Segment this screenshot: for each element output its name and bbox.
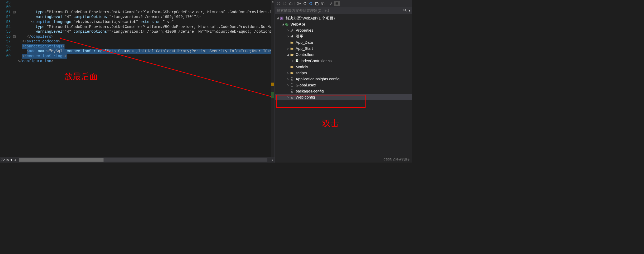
scroll-right-icon[interactable]: ▸ [271,158,274,162]
svg-text:C#: C# [296,60,299,62]
asax-file-icon [290,83,294,87]
chevron-down-icon[interactable]: ◢ [281,23,285,26]
tree-item-indexcontroller[interactable]: ▷ C# indexController.cs [275,58,412,64]
refresh-icon[interactable] [308,1,314,6]
chevron-down-icon[interactable]: ◢ [286,53,290,56]
project-node[interactable]: ◢ WebApi [275,21,412,27]
tree-item-label: Models [296,65,308,69]
chevron-right-icon[interactable]: ▷ [286,35,290,38]
folder-icon [290,71,294,75]
tree-item-label: 引用 [296,34,303,39]
tree-item-label: Properties [296,28,313,33]
tree-item-appinsights[interactable]: ▷ ApplicationInsights.config [275,76,412,82]
svg-line-11 [405,11,406,12]
csharp-file-icon: C# [295,59,299,62]
zoom-dropdown-icon[interactable]: ▾ [10,158,13,162]
tree-item-label: App_Data [296,40,313,45]
preview-icon[interactable] [334,1,340,6]
svg-point-1 [277,2,280,5]
forward-icon[interactable] [282,1,288,6]
annotation-text-left: 放最后面 [64,74,98,79]
toolbar-separator [295,2,295,5]
tree-item-globalasax[interactable]: ▷ Global.asax [275,82,412,88]
solution-tree[interactable]: ◢ 解决方案"WebApi"(1 个项目) ◢ WebApi ▷ Propert… [275,14,412,163]
folder-icon [290,47,294,50]
horizontal-scrollbar[interactable] [19,158,267,162]
chevron-right-icon[interactable]: ▷ [286,71,290,75]
explorer-toolbar: ▾ [275,0,412,7]
search-dropdown-icon[interactable]: ▾ [408,9,410,12]
tree-item-appstart[interactable]: ▷ App_Start [275,46,412,52]
fold-column[interactable]: −− [13,0,18,157]
tree-item-references[interactable]: ▷ 引用 [275,33,412,40]
search-input[interactable] [277,8,402,13]
tree-item-controllers[interactable]: ◢ Controllers [275,52,412,58]
solution-node[interactable]: ◢ 解决方案"WebApi"(1 个项目) [275,15,412,21]
editor-status-bar: 72 % ▾ ◂ ▸ [0,157,274,163]
tree-item-appdata[interactable]: App_Data [275,40,412,46]
home-icon[interactable] [288,1,294,6]
chevron-right-icon[interactable]: ▷ [286,29,290,32]
code-editor-pane: 495051525354555657585960 −− type="Micros… [0,0,274,163]
svg-rect-15 [291,36,292,37]
fold-toggle-icon[interactable]: − [13,11,16,13]
chevron-right-icon[interactable]: ▷ [286,96,290,99]
chevron-right-icon[interactable]: ▷ [286,47,290,50]
svg-rect-13 [281,17,283,19]
tree-item-models[interactable]: Models [275,64,412,70]
code-editor[interactable]: 495051525354555657585960 −− type="Micros… [0,0,274,157]
search-icon[interactable] [402,8,408,13]
references-icon [290,35,294,38]
solution-label: 解决方案"WebApi"(1 个项目) [286,16,335,21]
config-file-icon [290,89,294,93]
zoom-level: 72 % [1,158,9,162]
tree-item-packagesconfig[interactable]: packages.config [275,88,412,94]
explorer-search-bar[interactable]: ▾ [275,7,412,14]
tree-item-label: Global.asax [296,83,316,87]
config-file-icon [290,77,294,81]
tree-item-label: App_Start [296,46,313,51]
tree-item-label: Controllers [296,52,314,57]
project-label: WebApi [291,22,305,27]
annotation-text-right: 双击 [322,118,339,129]
tree-item-webconfig[interactable]: ▷ Web.config [275,94,412,100]
tree-item-scripts[interactable]: ▷ scripts [275,70,412,76]
chevron-right-icon[interactable]: ▷ [286,84,290,87]
code-area[interactable]: type="Microsoft.CodeDom.Providers.DotNet… [18,0,274,157]
properties-icon[interactable] [328,1,334,6]
pending-changes-icon[interactable]: ▾ [296,1,302,6]
chevron-right-icon[interactable]: ▷ [286,77,290,81]
tree-item-label: Web.config [296,95,315,99]
solution-icon [280,16,284,20]
tree-item-properties[interactable]: ▷ Properties [275,27,412,33]
toolbar-separator [327,2,327,5]
tree-item-label: packages.config [296,89,324,93]
vertical-scrollbar[interactable]: ◫ [271,0,274,157]
back-icon[interactable] [276,1,281,6]
wrench-icon [290,28,294,32]
folder-icon [290,65,294,69]
tree-item-label: indexController.cs [301,58,332,63]
svg-point-21 [291,97,292,98]
split-editor-icon[interactable]: ◫ [271,0,274,3]
svg-rect-5 [316,3,318,5]
folder-open-icon [290,53,294,56]
tree-item-label: ApplicationInsights.config [296,77,339,81]
show-all-files-icon[interactable] [320,1,326,6]
collapse-all-icon[interactable] [314,1,320,6]
svg-rect-7 [323,3,324,5]
fold-toggle-icon[interactable]: − [13,35,16,38]
config-file-icon [290,95,294,99]
svg-point-20 [291,91,292,92]
sync-icon[interactable] [302,1,308,6]
chevron-right-icon[interactable]: ▷ [291,59,295,62]
svg-point-2 [283,2,286,5]
line-number-gutter: 495051525354555657585960 [0,0,13,157]
solution-explorer-pane: ▾ ▾ ◢ 解决方案"WebApi"(1 个项目) ◢ WebApi [274,0,412,163]
chevron-down-icon[interactable]: ◢ [276,17,280,20]
web-project-icon [285,22,289,26]
folder-icon [290,41,294,44]
scroll-left-icon[interactable]: ◂ [13,158,17,162]
tree-item-label: scripts [296,71,307,75]
scrollbar-thumb[interactable] [19,158,103,162]
